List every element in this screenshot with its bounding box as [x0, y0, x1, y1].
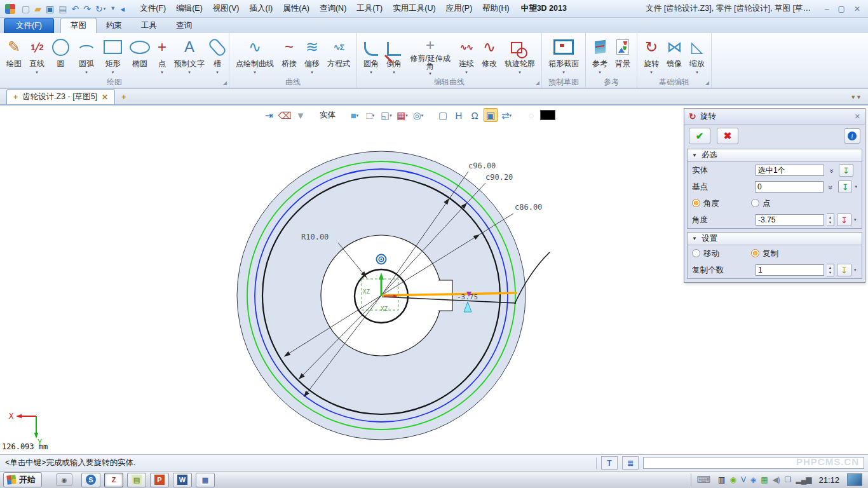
collapse-menu-icon[interactable]: ◂ — [120, 4, 125, 13]
show-desktop-button[interactable] — [847, 473, 862, 486]
menu-item-5[interactable]: 查询(N) — [315, 1, 351, 16]
dropdown-caret-icon[interactable]: ▾ — [370, 70, 372, 75]
tray-network-signal-icon[interactable]: ▂▄▆ — [796, 476, 811, 484]
ribbon-button-1-group-2[interactable]: 倒角▾ — [383, 34, 405, 76]
menu-item-4[interactable]: 属性(A) — [278, 1, 315, 16]
tray-power-plug-icon[interactable]: ❒ — [785, 476, 791, 484]
copies-input[interactable] — [756, 264, 824, 276]
dropdown-caret-icon[interactable]: ▾ — [519, 70, 521, 75]
keyway-notch[interactable] — [438, 280, 452, 311]
tray-color-grid-icon[interactable]: ▦ — [761, 476, 767, 484]
dropdown-caret-icon[interactable]: ▾ — [405, 113, 408, 118]
ribbon-button-1-group-4[interactable]: 背景 — [611, 34, 634, 76]
dropdown-caret-icon[interactable]: ▾ — [650, 70, 653, 75]
ribbon-tab-1[interactable]: 约束 — [97, 18, 132, 33]
dropdown-caret-icon[interactable]: ▾ — [85, 70, 88, 75]
print-icon[interactable]: ▤ — [58, 4, 67, 13]
ribbon-button-1-group-5[interactable]: ⋈镜像 — [663, 34, 686, 76]
ribbon-button-5-group-2[interactable]: 轨迹轮廓▾ — [501, 34, 539, 76]
dropdown-caret-icon[interactable]: ▾ — [390, 113, 392, 118]
exit-sketch-icon[interactable]: ⇥ — [262, 108, 276, 122]
ribbon-button-0-group-5[interactable]: ↻旋转▾ — [640, 34, 663, 76]
pick-copies-button[interactable]: ↧ — [837, 264, 851, 276]
panel-title-bar[interactable]: ↻ 旋转 ✕ — [684, 109, 865, 125]
ribbon-button-2-group-5[interactable]: ◺缩放▾ — [686, 34, 709, 76]
dropdown-caret-icon[interactable]: ▾ — [510, 113, 512, 118]
restore-button[interactable]: ▢ — [838, 4, 845, 13]
dropdown-caret-icon[interactable]: ▾ — [104, 6, 106, 11]
ok-button[interactable]: ✔ — [689, 128, 710, 144]
expand-chevron-icon[interactable]: » — [827, 166, 836, 175]
tray-security-shield-icon[interactable]: ◈ — [750, 476, 756, 484]
base-point-input[interactable] — [755, 181, 824, 193]
pick-entity-button[interactable]: ↧ — [839, 164, 853, 177]
taskbar-app-powerpoint[interactable]: P — [150, 473, 169, 487]
tab-close-icon[interactable]: ✕ — [102, 93, 108, 102]
dialog-launcher-icon[interactable]: ◢ — [536, 80, 539, 86]
ribbon-button-4-group-2[interactable]: ∿修改 — [478, 34, 501, 76]
ribbon-button-4-group-0[interactable]: 矩形▾ — [100, 34, 126, 76]
inactive-selection-icon[interactable]: ◌ — [524, 108, 538, 122]
ribbon-tab-3[interactable]: 查询 — [166, 18, 201, 33]
menu-item-8[interactable]: 应用(P) — [441, 1, 478, 16]
menu-item-3[interactable]: 插入(I) — [244, 1, 278, 16]
required-section-header[interactable]: ▼ 必选 — [688, 149, 862, 162]
tray-v-app-icon[interactable]: V — [741, 476, 745, 484]
screenshot-tool-icon[interactable]: ◉ — [56, 473, 72, 486]
dropdown-caret-icon[interactable]: ▾ — [421, 113, 424, 118]
close-button[interactable]: ✕ — [854, 4, 860, 13]
ribbon-tab-0[interactable]: 草图 — [60, 18, 97, 33]
ribbon-button-6-group-0[interactable]: +点▾ — [154, 34, 170, 76]
view-plane-icon[interactable]: ◱▾ — [379, 108, 393, 122]
grid-snap-icon[interactable]: ▦▾ — [395, 108, 409, 122]
view-gizmo-icon[interactable]: ↻▾ — [95, 4, 105, 13]
menu-item-0[interactable]: 文件(F) — [135, 1, 171, 16]
dropdown-caret-icon[interactable]: ▾ — [216, 70, 219, 75]
tray-du-meter-icon[interactable]: ▥ — [718, 476, 724, 484]
dropdown-caret-icon[interactable]: ▾ — [393, 70, 395, 75]
taskbar-app-word[interactable]: W — [173, 473, 192, 487]
dim-label-r10[interactable]: R10.00 — [301, 233, 329, 241]
cancel-button[interactable]: ✖ — [717, 128, 738, 144]
menu-item-2[interactable]: 视图(V) — [208, 1, 245, 16]
file-menu-button[interactable]: 文件(F) — [4, 18, 54, 33]
toolbar-options-icon[interactable]: ▼ — [110, 6, 116, 11]
ribbon-button-5-group-0[interactable]: 椭圆 — [126, 34, 154, 76]
line-color-swatch[interactable] — [540, 108, 555, 122]
sketch-canvas[interactable]: XZ XZ — [0, 105, 868, 454]
dropdown-caret-icon[interactable]: ▾ — [465, 70, 468, 75]
dropdown-caret-icon[interactable]: ▾ — [854, 268, 857, 273]
copy-radio[interactable]: 复制 — [751, 248, 778, 259]
ribbon-button-0-group-0[interactable]: ✎绘图 — [3, 34, 25, 76]
menu-item-9[interactable]: 帮助(H) — [477, 1, 514, 16]
zoom-preview-icon[interactable]: ◎▾ — [411, 108, 425, 122]
taskbar-app-notes[interactable]: ▤ — [127, 473, 146, 487]
move-radio[interactable]: 移动 — [692, 248, 719, 259]
ribbon-button-3-group-2[interactable]: ∿∿连续▾ — [455, 34, 478, 76]
dim-label-c90[interactable]: c90.20 — [485, 173, 513, 182]
tabbar-collapse-icon[interactable]: ▼▼ — [850, 94, 862, 104]
menu-item-6[interactable]: 工具(T) — [351, 1, 388, 16]
dropdown-caret-icon[interactable]: ▾ — [188, 70, 191, 75]
perimeter-constraint-icon[interactable]: Ω — [468, 108, 482, 122]
minimize-button[interactable]: – — [825, 4, 829, 13]
measure-angle-button[interactable]: ↧ — [837, 214, 851, 226]
shaded-display-icon[interactable]: ■▾ — [348, 108, 362, 122]
angle-radio[interactable]: 角度 — [692, 198, 719, 209]
dialog-launcher-icon[interactable]: ◢ — [223, 80, 227, 86]
panel-close-icon[interactable]: ✕ — [855, 112, 860, 121]
dropdown-caret-icon[interactable]: ▾ — [372, 113, 375, 118]
document-tab[interactable]: + 齿轮设计.Z3 - [草图5] ✕ — [6, 89, 115, 104]
tab-pin-icon[interactable]: + — [13, 93, 18, 102]
pick-base-point-button[interactable]: ↧ — [838, 180, 853, 193]
resize-window-icon[interactable]: ▢ — [436, 108, 450, 122]
ribbon-button-1-group-1[interactable]: ~桥接 — [278, 34, 301, 76]
eraser-icon[interactable]: ⌫ — [278, 108, 292, 122]
open-file-icon[interactable]: ▰ — [34, 4, 41, 13]
tray-nvidia-icon[interactable]: ◉ — [729, 476, 735, 484]
ribbon-button-8-group-0[interactable]: 槽▾ — [208, 34, 226, 76]
filter-icon[interactable]: ▼ — [294, 108, 308, 122]
entity-input[interactable] — [756, 165, 824, 176]
command-list-icon[interactable]: ≣ — [622, 456, 639, 470]
dropdown-caret-icon[interactable]: ▾ — [696, 70, 698, 75]
